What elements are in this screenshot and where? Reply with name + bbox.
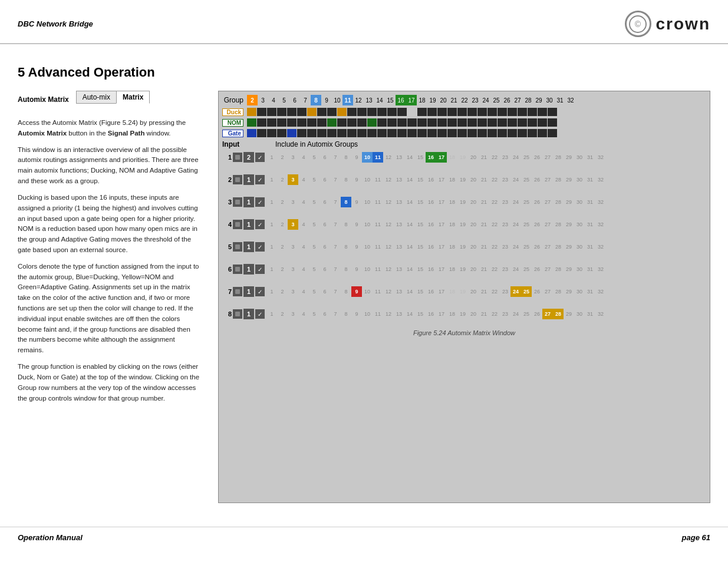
ir-check-3[interactable]: ✓	[255, 197, 265, 207]
ic-1-18[interactable]: 18	[447, 152, 457, 163]
ic-3-6[interactable]: 6	[319, 197, 330, 207]
ic-5-2[interactable]: 2	[277, 242, 288, 252]
ic-1-29[interactable]: 29	[564, 152, 574, 163]
ic-7-13[interactable]: 13	[394, 286, 404, 297]
group-num-3[interactable]: 3	[258, 95, 268, 105]
ic-6-9[interactable]: 9	[351, 264, 362, 275]
tab-matrix[interactable]: Matrix	[116, 91, 150, 104]
ic-2-19[interactable]: 19	[457, 174, 468, 185]
ic-4-7[interactable]: 7	[330, 219, 341, 230]
ic-4-6[interactable]: 6	[319, 219, 330, 230]
ic-7-25[interactable]: 25	[521, 286, 532, 297]
group-num-26[interactable]: 26	[502, 95, 512, 105]
group-num-2[interactable]: 2	[247, 95, 258, 105]
ic-3-24[interactable]: 24	[510, 197, 521, 207]
ir-check-8[interactable]: ✓	[255, 309, 265, 319]
ic-8-29[interactable]: 29	[564, 309, 574, 319]
ic-8-30[interactable]: 30	[574, 309, 585, 319]
ic-6-4[interactable]: 4	[298, 264, 309, 275]
ic-3-2[interactable]: 2	[277, 197, 288, 207]
group-num-14[interactable]: 14	[374, 95, 385, 105]
ic-3-15[interactable]: 15	[415, 197, 426, 207]
ic-1-11[interactable]: 11	[373, 152, 383, 163]
ic-4-19[interactable]: 19	[457, 219, 468, 230]
ic-7-10[interactable]: 10	[362, 286, 373, 297]
ir-priority-8[interactable]: 1	[243, 309, 254, 319]
ir-icon-5[interactable]	[233, 242, 242, 252]
ic-3-21[interactable]: 21	[479, 197, 489, 207]
ic-7-4[interactable]: 4	[298, 286, 309, 297]
group-num-28[interactable]: 28	[523, 95, 533, 105]
ic-7-12[interactable]: 12	[383, 286, 394, 297]
ic-2-13[interactable]: 13	[394, 174, 404, 185]
ic-2-10[interactable]: 10	[362, 174, 373, 185]
ic-8-13[interactable]: 13	[394, 309, 404, 319]
group-num-16[interactable]: 16	[396, 95, 406, 105]
group-num-17[interactable]: 17	[406, 95, 417, 105]
ic-3-28[interactable]: 28	[553, 197, 564, 207]
group-num-31[interactable]: 31	[555, 95, 565, 105]
ic-8-18[interactable]: 18	[447, 309, 457, 319]
ic-7-30[interactable]: 30	[574, 286, 585, 297]
ic-6-15[interactable]: 15	[415, 264, 426, 275]
ic-5-23[interactable]: 23	[500, 242, 510, 252]
ic-3-30[interactable]: 30	[574, 197, 585, 207]
ic-1-5[interactable]: 5	[309, 152, 319, 163]
ic-4-3[interactable]: 3	[288, 219, 298, 230]
ir-icon-7[interactable]	[233, 287, 242, 296]
ir-check-1[interactable]: ✓	[255, 153, 265, 162]
ic-2-11[interactable]: 11	[373, 174, 383, 185]
ic-7-2[interactable]: 2	[277, 286, 288, 297]
ic-1-23[interactable]: 23	[500, 152, 510, 163]
ic-6-2[interactable]: 2	[277, 264, 288, 275]
ir-icon-2[interactable]	[233, 175, 242, 184]
ic-3-25[interactable]: 25	[521, 197, 532, 207]
ic-7-27[interactable]: 27	[542, 286, 553, 297]
ic-8-20[interactable]: 20	[468, 309, 479, 319]
ic-5-32[interactable]: 32	[595, 242, 606, 252]
group-num-24[interactable]: 24	[480, 95, 491, 105]
ic-5-6[interactable]: 6	[319, 242, 330, 252]
ic-6-13[interactable]: 13	[394, 264, 404, 275]
ic-5-27[interactable]: 27	[542, 242, 553, 252]
ic-2-21[interactable]: 21	[479, 174, 489, 185]
ic-2-25[interactable]: 25	[521, 174, 532, 185]
ic-8-31[interactable]: 31	[585, 309, 595, 319]
ic-3-10[interactable]: 10	[362, 197, 373, 207]
group-num-7[interactable]: 7	[300, 95, 311, 105]
ic-3-1[interactable]: 1	[266, 197, 277, 207]
ic-2-31[interactable]: 31	[585, 174, 595, 185]
ic-4-26[interactable]: 26	[532, 219, 542, 230]
ic-8-15[interactable]: 15	[415, 309, 426, 319]
ic-3-4[interactable]: 4	[298, 197, 309, 207]
ic-5-29[interactable]: 29	[564, 242, 574, 252]
ic-4-18[interactable]: 18	[447, 219, 457, 230]
group-num-4[interactable]: 4	[268, 95, 279, 105]
ic-8-17[interactable]: 17	[436, 309, 447, 319]
group-num-25[interactable]: 25	[491, 95, 502, 105]
ic-8-5[interactable]: 5	[309, 309, 319, 319]
ic-2-2[interactable]: 2	[277, 174, 288, 185]
ic-8-27[interactable]: 27	[542, 309, 553, 319]
group-num-19[interactable]: 19	[427, 95, 438, 105]
ic-1-31[interactable]: 31	[585, 152, 595, 163]
nom-label[interactable]: NOM	[222, 119, 243, 127]
ic-1-10[interactable]: 10	[362, 152, 373, 163]
ic-3-13[interactable]: 13	[394, 197, 404, 207]
ic-3-5[interactable]: 5	[309, 197, 319, 207]
ic-5-14[interactable]: 14	[404, 242, 415, 252]
ic-3-8[interactable]: 8	[341, 197, 351, 207]
ic-3-27[interactable]: 27	[542, 197, 553, 207]
ic-8-6[interactable]: 6	[319, 309, 330, 319]
ic-6-30[interactable]: 30	[574, 264, 585, 275]
ic-1-8[interactable]: 8	[341, 152, 351, 163]
ic-7-23[interactable]: 23	[500, 286, 510, 297]
ic-2-12[interactable]: 12	[383, 174, 394, 185]
ic-7-14[interactable]: 14	[404, 286, 415, 297]
ic-8-26[interactable]: 26	[532, 309, 542, 319]
ic-7-5[interactable]: 5	[309, 286, 319, 297]
ic-2-5[interactable]: 5	[309, 174, 319, 185]
ir-priority-2[interactable]: 1	[243, 174, 254, 185]
nom-row[interactable]: NOM	[222, 118, 706, 127]
ic-1-28[interactable]: 28	[553, 152, 564, 163]
